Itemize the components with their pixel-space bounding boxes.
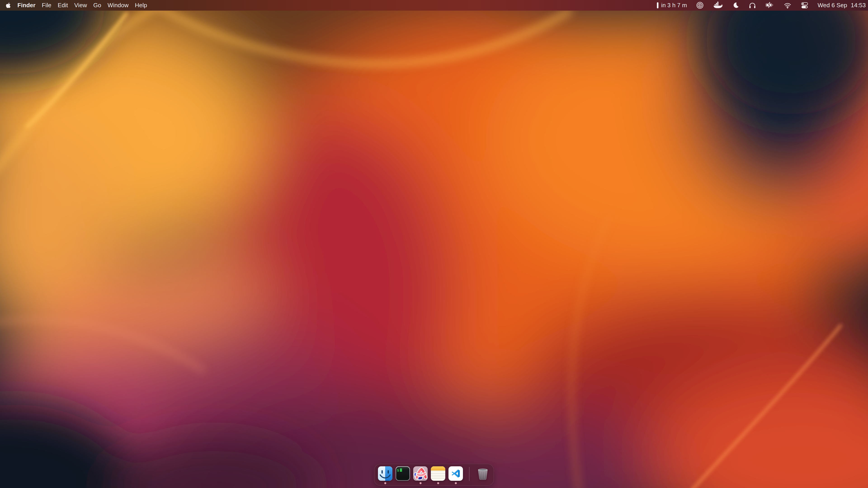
battery-charging-icon <box>765 1 774 9</box>
running-indicator <box>384 482 386 484</box>
vscode-icon <box>448 466 463 481</box>
trash-icon <box>475 466 490 481</box>
docker-menu-item[interactable] <box>713 1 723 9</box>
dock-item-arc[interactable] <box>413 466 428 484</box>
dock-item-vscode[interactable] <box>448 466 463 484</box>
menu-view[interactable]: View <box>71 0 90 11</box>
menu-file[interactable]: File <box>39 0 55 11</box>
1password-menu-item[interactable] <box>696 1 704 9</box>
dock-item-finder[interactable] <box>378 466 393 484</box>
clock-time: 14:53 <box>851 2 866 9</box>
wifi-menu-item[interactable] <box>783 2 792 9</box>
wallpaper-ventura-abstract <box>0 0 868 488</box>
clock-date: Wed 6 Sep <box>817 2 847 9</box>
dock-item-notes[interactable] <box>431 466 445 484</box>
timer-countdown-text: in 3 h 7 m <box>661 2 687 9</box>
desktop: Finder File Edit View Go Window Help in … <box>0 0 868 488</box>
menu-window[interactable]: Window <box>104 0 132 11</box>
dock-item-trash[interactable] <box>475 466 490 484</box>
menu-help[interactable]: Help <box>132 0 150 11</box>
running-indicator <box>437 482 439 484</box>
menu-bar-clock[interactable]: Wed 6 Sep 14:53 <box>817 2 866 9</box>
audio-device-menu-item[interactable] <box>748 1 756 9</box>
wifi-icon <box>783 2 792 9</box>
focus-mode-menu-item[interactable] <box>732 2 739 9</box>
control-center-icon <box>801 2 809 9</box>
running-indicator <box>420 482 422 484</box>
menu-go[interactable]: Go <box>90 0 104 11</box>
docker-whale-icon <box>713 1 723 9</box>
apple-menu[interactable] <box>6 0 14 11</box>
notes-icon <box>431 466 445 481</box>
menu-bar-status: in 3 h 7 m <box>657 0 868 11</box>
control-center-menu-item[interactable] <box>801 2 809 9</box>
finder-icon <box>378 466 393 481</box>
battery-menu-item[interactable] <box>765 1 774 9</box>
dock-item-terminal[interactable]: $ <box>395 466 410 484</box>
svg-text:$: $ <box>397 468 399 473</box>
arc-browser-icon <box>413 466 428 481</box>
dock: $ <box>374 464 494 486</box>
headphones-icon <box>748 1 756 9</box>
moon-icon <box>732 2 739 9</box>
menu-app-finder[interactable]: Finder <box>14 0 39 11</box>
running-indicator <box>455 482 457 484</box>
menu-edit[interactable]: Edit <box>55 0 71 11</box>
apple-logo-icon <box>6 2 11 8</box>
menu-bar: Finder File Edit View Go Window Help in … <box>0 0 868 11</box>
vertical-bar-icon <box>657 2 658 8</box>
menu-bar-left: Finder File Edit View Go Window Help <box>0 0 150 11</box>
terminal-icon: $ <box>395 466 410 481</box>
1password-ring-icon <box>696 1 704 9</box>
dock-separator <box>469 467 469 481</box>
status-timer[interactable]: in 3 h 7 m <box>657 2 687 9</box>
